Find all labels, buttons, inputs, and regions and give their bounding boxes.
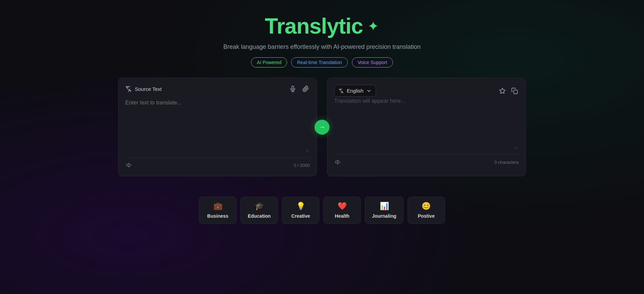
target-translate-icon xyxy=(339,88,344,94)
chevron-down-icon xyxy=(366,88,372,94)
creative-icon: 💡 xyxy=(296,202,305,211)
translate-icon xyxy=(125,85,132,92)
target-text-wrapper: Translation will appear here... ⤡ xyxy=(334,97,519,151)
creative-label: Creative xyxy=(291,213,310,219)
journaling-label: Journaling xyxy=(372,213,396,219)
mic-button[interactable] xyxy=(289,85,297,93)
svg-rect-3 xyxy=(514,90,518,94)
star-icon xyxy=(499,87,506,94)
source-textarea[interactable] xyxy=(125,98,310,153)
source-label: Source Text xyxy=(135,86,162,92)
translate-arrow-button[interactable]: → xyxy=(315,120,329,135)
source-panel-title: Source Text xyxy=(125,85,162,92)
target-panel-icons xyxy=(498,87,519,95)
copy-icon xyxy=(511,87,518,94)
svg-marker-1 xyxy=(127,163,129,167)
language-selector[interactable]: English xyxy=(334,85,376,97)
badge-voice: Voice Support xyxy=(352,57,393,67)
source-panel: Source Text ⤡ xyxy=(118,78,317,176)
health-icon: ❤️ xyxy=(338,202,347,211)
source-speaker-button[interactable] xyxy=(125,161,133,169)
resize-handle: ⤡ xyxy=(306,149,309,153)
category-journaling[interactable]: 📊 Journaling xyxy=(365,197,404,224)
education-icon: 🎓 xyxy=(255,202,264,211)
title-row: Translytic ✦ xyxy=(223,14,421,39)
health-label: Health xyxy=(335,213,350,219)
sparkle-icon: ✦ xyxy=(368,18,379,34)
attach-button[interactable] xyxy=(302,85,310,93)
category-creative[interactable]: 💡 Creative xyxy=(282,197,319,224)
positive-icon: 😊 xyxy=(422,202,431,211)
source-textarea-wrapper: ⤡ xyxy=(125,98,310,154)
source-panel-footer: 0 / 2000 xyxy=(125,157,310,169)
target-panel-footer: 0 characters xyxy=(334,154,519,166)
source-panel-header: Source Text xyxy=(125,85,310,93)
category-health[interactable]: ❤️ Health xyxy=(323,197,361,224)
journaling-icon: 📊 xyxy=(380,202,389,211)
svg-marker-2 xyxy=(500,88,505,93)
translation-output: Translation will appear here... xyxy=(334,97,519,151)
translation-area: Source Text ⤡ xyxy=(118,78,526,176)
education-label: Education xyxy=(248,213,271,219)
arrow-icon: → xyxy=(319,123,325,131)
selected-language: English xyxy=(347,88,363,94)
target-volume-icon xyxy=(335,159,342,165)
badges-container: AI Powered Real-time Translation Voice S… xyxy=(223,57,421,67)
target-speaker-button[interactable] xyxy=(334,158,342,166)
star-button[interactable] xyxy=(498,87,506,95)
target-panel: English Transl xyxy=(327,78,526,176)
badge-realtime: Real-time Translation xyxy=(291,57,347,67)
badge-ai-powered: AI Powered xyxy=(251,57,287,67)
svg-rect-0 xyxy=(292,86,294,90)
mic-icon xyxy=(289,85,296,92)
header: Translytic ✦ Break language barriers eff… xyxy=(223,14,421,67)
source-panel-icons xyxy=(289,85,310,93)
target-resize-handle: ⤡ xyxy=(515,145,518,150)
source-volume-icon xyxy=(126,162,133,169)
copy-button[interactable] xyxy=(511,87,519,95)
svg-marker-4 xyxy=(336,160,338,164)
target-char-count: 0 characters xyxy=(494,160,519,165)
subtitle: Break language barriers effortlessly wit… xyxy=(223,43,421,51)
positive-label: Postive xyxy=(418,213,435,219)
paperclip-icon xyxy=(302,85,309,92)
business-icon: 💼 xyxy=(213,202,222,211)
category-business[interactable]: 💼 Business xyxy=(199,197,236,224)
app-title: Translytic xyxy=(265,14,363,39)
category-positive[interactable]: 😊 Postive xyxy=(408,197,445,224)
category-education[interactable]: 🎓 Education xyxy=(240,197,278,224)
target-panel-header: English xyxy=(334,85,519,97)
categories-container: 💼 Business 🎓 Education 💡 Creative ❤️ Hea… xyxy=(199,197,445,224)
business-label: Business xyxy=(207,213,228,219)
source-char-count: 0 / 2000 xyxy=(294,163,310,168)
